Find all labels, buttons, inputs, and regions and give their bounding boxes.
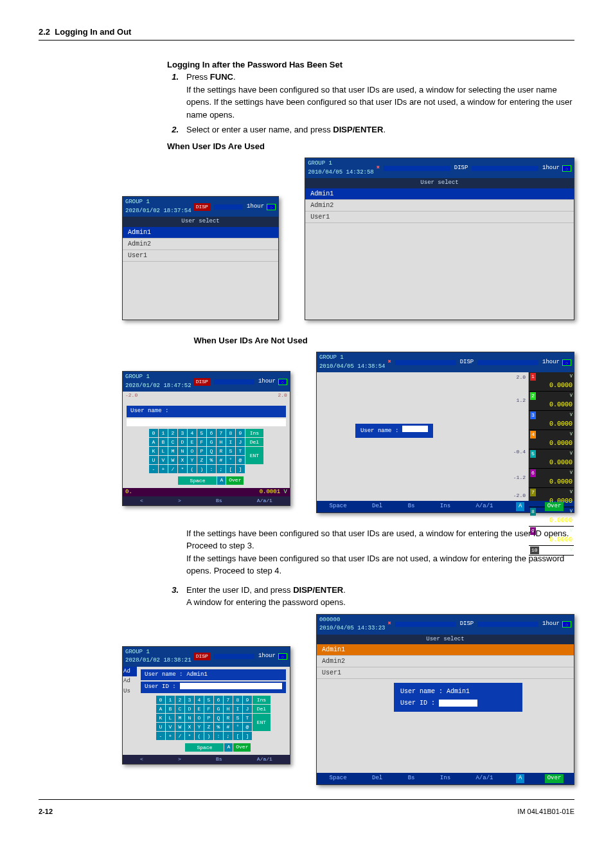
key[interactable]: X (185, 723, 194, 731)
btn-space[interactable]: Space (327, 774, 350, 783)
key[interactable]: 2 (168, 429, 177, 437)
key[interactable]: - (156, 732, 165, 740)
key[interactable]: M (168, 447, 177, 455)
key[interactable]: S (226, 447, 235, 455)
btn-mode[interactable]: A/a/1 (473, 774, 495, 783)
nav-mode[interactable]: A/a/1 (255, 755, 274, 763)
key[interactable]: 1 (159, 429, 168, 437)
side-key[interactable]: Del (245, 438, 263, 446)
list-item[interactable]: User1 (305, 212, 574, 223)
key[interactable]: 3 (178, 429, 187, 437)
key[interactable]: / (175, 732, 184, 740)
key[interactable]: ° (226, 456, 235, 464)
list-item[interactable]: Admin2 (317, 656, 574, 667)
side-key[interactable]: Ins (253, 696, 271, 704)
key[interactable]: O (188, 447, 197, 455)
btn-ins[interactable]: Ins (438, 774, 453, 783)
key[interactable]: T (236, 447, 245, 455)
key[interactable]: O (195, 714, 204, 722)
key[interactable]: + (166, 732, 175, 740)
btn-space[interactable]: Space (327, 502, 350, 511)
key[interactable]: M (175, 714, 184, 722)
key[interactable]: 9 (236, 429, 245, 437)
key[interactable]: ; (224, 732, 233, 740)
key[interactable]: Y (188, 456, 197, 464)
key[interactable]: C (175, 705, 184, 713)
key[interactable]: H (224, 705, 233, 713)
key[interactable]: % (214, 723, 223, 731)
key[interactable]: Q (207, 447, 216, 455)
key[interactable]: Z (204, 723, 213, 731)
key[interactable]: D (185, 705, 194, 713)
key[interactable]: 6 (207, 429, 216, 437)
key[interactable]: [ (226, 465, 235, 473)
nav-right[interactable]: > (176, 497, 183, 505)
key[interactable]: A (149, 438, 158, 446)
btn-ins[interactable]: Ins (438, 502, 453, 511)
key[interactable]: 9 (243, 696, 252, 704)
key[interactable]: W (175, 723, 184, 731)
list-item[interactable]: Admin2 (123, 239, 278, 250)
list-item[interactable]: User1 (317, 667, 574, 679)
key[interactable]: * (178, 465, 187, 473)
key[interactable]: B (159, 438, 168, 446)
key[interactable]: 7 (217, 429, 226, 437)
key[interactable]: N (178, 447, 187, 455)
key[interactable]: U (149, 456, 158, 464)
user-id-input[interactable] (439, 700, 477, 707)
key[interactable]: % (207, 456, 216, 464)
key[interactable]: E (195, 705, 204, 713)
key[interactable]: ] (236, 465, 245, 473)
key[interactable]: A (156, 705, 165, 713)
keyboard[interactable]: 0123456789InsABCDEFGHIJDelKLMNOPQRSTENTU… (149, 429, 263, 474)
key[interactable]: K (149, 447, 158, 455)
key[interactable]: N (185, 714, 194, 722)
key[interactable]: K (156, 714, 165, 722)
list-item[interactable]: Admin1 (123, 227, 278, 239)
key[interactable]: 0 (149, 429, 158, 437)
nav-left[interactable]: < (138, 755, 145, 763)
key[interactable]: C (168, 438, 177, 446)
key[interactable]: 3 (185, 696, 194, 704)
key[interactable]: J (243, 705, 252, 713)
key[interactable]: / (168, 465, 177, 473)
key[interactable]: E (188, 438, 197, 446)
user-name-input[interactable] (127, 419, 286, 426)
key[interactable]: : (214, 732, 223, 740)
user-name-prompt[interactable]: User name : (355, 424, 433, 438)
key[interactable]: S (233, 714, 242, 722)
btn-del[interactable]: Del (369, 774, 385, 783)
key[interactable]: 6 (214, 696, 223, 704)
key[interactable]: 4 (188, 429, 197, 437)
key[interactable]: ; (217, 465, 226, 473)
key[interactable]: B (166, 705, 175, 713)
key[interactable]: ( (188, 465, 197, 473)
space-key[interactable]: Space (185, 743, 224, 752)
key[interactable]: 0 (156, 696, 165, 704)
key[interactable]: I (233, 705, 242, 713)
key[interactable]: U (156, 723, 165, 731)
key[interactable]: X (178, 456, 187, 464)
key[interactable]: # (217, 456, 226, 464)
key[interactable]: T (243, 714, 252, 722)
btn-mode[interactable]: A/a/1 (473, 502, 495, 511)
nav-right[interactable]: > (176, 755, 183, 763)
list-item[interactable]: Admin2 (305, 200, 574, 212)
list-item[interactable]: Admin1 (305, 188, 574, 200)
key[interactable]: 4 (195, 696, 204, 704)
key[interactable]: : (207, 465, 216, 473)
key[interactable]: 8 (233, 696, 242, 704)
key[interactable]: - (149, 465, 158, 473)
key[interactable]: R (217, 447, 226, 455)
key[interactable]: L (166, 714, 175, 722)
key[interactable]: J (236, 438, 245, 446)
key[interactable]: F (204, 705, 213, 713)
key[interactable]: H (217, 438, 226, 446)
nav-bs[interactable]: Bs (214, 755, 224, 763)
key[interactable]: ] (243, 732, 252, 740)
key[interactable]: ) (204, 732, 213, 740)
key[interactable]: [ (233, 732, 242, 740)
key[interactable]: # (224, 723, 233, 731)
side-key[interactable]: Del (253, 705, 271, 713)
key[interactable]: W (168, 456, 177, 464)
